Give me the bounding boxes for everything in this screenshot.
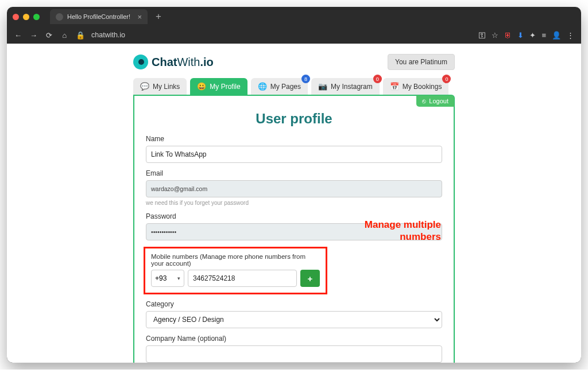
toolbar-right: ⚿ ☆ ⛨ ⬇ ✦ ≡ 👤 ⋮ bbox=[478, 31, 574, 40]
brand-io: .io bbox=[200, 56, 213, 68]
logout-icon: ⎋ bbox=[422, 98, 426, 104]
close-window-icon[interactable] bbox=[13, 14, 19, 20]
tab-label: My Bookings bbox=[403, 83, 442, 91]
tab-label: My Profile bbox=[210, 83, 240, 91]
mobile-numbers-highlight: Mobile numbers (Manage more phone number… bbox=[144, 247, 327, 294]
face-icon: 😀 bbox=[197, 82, 206, 91]
shield-icon[interactable]: ⛨ bbox=[504, 31, 512, 40]
category-label: Category bbox=[146, 300, 442, 308]
annotation-line1: Manage multiple bbox=[365, 219, 441, 231]
forward-icon[interactable]: → bbox=[29, 31, 38, 40]
brand-chat: Chat bbox=[152, 56, 177, 68]
add-number-button[interactable]: + bbox=[300, 270, 320, 287]
browser-tabstrip: Hello ProfileController! × + bbox=[7, 7, 581, 26]
close-tab-icon[interactable]: × bbox=[137, 13, 142, 21]
globe-icon: 🌐 bbox=[258, 82, 267, 91]
country-code-select[interactable]: +93 bbox=[151, 270, 184, 287]
email-label: Email bbox=[146, 169, 442, 177]
badge-count: 0 bbox=[373, 75, 382, 83]
mobile-number-input[interactable] bbox=[188, 270, 297, 287]
mobile-label: Mobile numbers (Manage more phone number… bbox=[151, 253, 320, 267]
download-icon[interactable]: ⬇ bbox=[517, 31, 524, 40]
badge-count: 8 bbox=[301, 75, 310, 83]
tab-my-profile[interactable]: 😀 My Profile bbox=[190, 78, 247, 95]
browser-tab[interactable]: Hello ProfileController! × bbox=[50, 9, 148, 24]
tab-my-instagram[interactable]: 📷 My Instagram 0 bbox=[311, 78, 380, 95]
extensions-icon[interactable]: ✦ bbox=[529, 31, 536, 40]
calendar-icon: 📅 bbox=[390, 82, 399, 91]
country-code-value: +93 bbox=[155, 274, 167, 282]
instagram-icon: 📷 bbox=[318, 82, 327, 91]
tab-label: My Pages bbox=[270, 83, 301, 91]
lock-icon: 🔒 bbox=[76, 31, 84, 40]
key-icon[interactable]: ⚿ bbox=[478, 31, 486, 40]
page-content: ChatWith.io You are Platinum 💬 My Links … bbox=[7, 44, 581, 363]
reload-icon[interactable]: ⟳ bbox=[45, 31, 53, 40]
minimize-window-icon[interactable] bbox=[23, 14, 29, 20]
browser-tab-title: Hello ProfileController! bbox=[67, 13, 130, 20]
maximize-window-icon[interactable] bbox=[33, 14, 40, 20]
category-select[interactable]: Agency / SEO / Design bbox=[146, 311, 442, 328]
logout-label: Logout bbox=[429, 98, 448, 104]
logo-mark-icon bbox=[133, 55, 148, 69]
tab-label: My Instagram bbox=[331, 83, 373, 91]
brand-logo[interactable]: ChatWith.io bbox=[133, 55, 214, 69]
tab-my-bookings[interactable]: 📅 My Bookings 0 bbox=[383, 78, 449, 95]
nav-tabs: 💬 My Links 😀 My Profile 🌐 My Pages 8 📷 M… bbox=[133, 78, 455, 95]
back-icon[interactable]: ← bbox=[14, 31, 22, 40]
browser-toolbar: ← → ⟳ ⌂ 🔒 chatwith.io ⚿ ☆ ⛨ ⬇ ✦ ≡ 👤 ⋮ bbox=[7, 26, 581, 44]
new-tab-button[interactable]: + bbox=[152, 11, 165, 22]
menu-icon[interactable]: ⋮ bbox=[567, 31, 574, 40]
reader-icon[interactable]: ≡ bbox=[541, 31, 546, 40]
logout-button[interactable]: ⎋ Logout bbox=[416, 95, 454, 107]
email-hint: we need this if you forget your password bbox=[146, 200, 442, 206]
plus-icon: + bbox=[308, 274, 313, 283]
platinum-badge: You are Platinum bbox=[388, 54, 455, 70]
email-input[interactable] bbox=[146, 180, 442, 197]
name-label: Name bbox=[146, 135, 442, 143]
profile-icon[interactable]: 👤 bbox=[552, 31, 561, 40]
browser-window: Hello ProfileController! × + ← → ⟳ ⌂ 🔒 c… bbox=[7, 7, 581, 363]
window-controls bbox=[13, 14, 40, 20]
brand-with: With bbox=[177, 56, 200, 68]
address-bar[interactable]: chatwith.io bbox=[91, 31, 471, 39]
name-input[interactable] bbox=[146, 146, 442, 163]
badge-count: 0 bbox=[442, 75, 451, 83]
favicon-icon bbox=[56, 13, 63, 21]
site-header: ChatWith.io You are Platinum bbox=[133, 54, 455, 70]
tab-my-pages[interactable]: 🌐 My Pages 8 bbox=[251, 78, 308, 95]
tab-label: My Links bbox=[153, 83, 180, 91]
company-label: Company Name (optional) bbox=[146, 335, 442, 343]
home-icon[interactable]: ⌂ bbox=[60, 31, 69, 40]
page-title: User profile bbox=[146, 111, 442, 127]
whatsapp-icon: 💬 bbox=[140, 82, 149, 91]
company-input[interactable] bbox=[146, 345, 442, 363]
annotation-manage-numbers: Manage multiple numbers bbox=[365, 219, 441, 243]
annotation-line2: numbers bbox=[365, 231, 441, 243]
star-icon[interactable]: ☆ bbox=[492, 31, 498, 40]
tab-my-links[interactable]: 💬 My Links bbox=[133, 78, 187, 95]
profile-card: ⎋ Logout User profile Name Email we need… bbox=[133, 95, 455, 363]
